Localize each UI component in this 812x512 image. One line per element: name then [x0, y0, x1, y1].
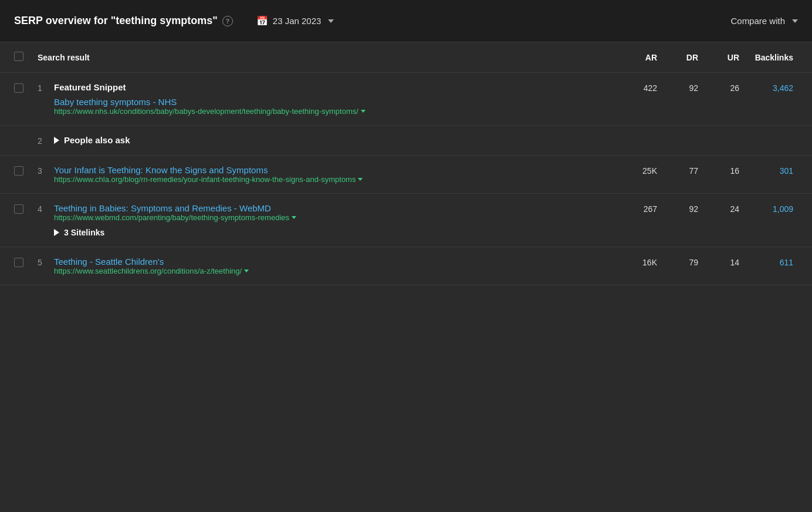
- row-checkbox-col: [14, 82, 38, 95]
- row-3-checkbox[interactable]: [14, 166, 23, 176]
- result-title-link[interactable]: Baby teething symptoms - NHS: [54, 97, 177, 107]
- page-title: SERP overview for "teething symptoms" ?: [14, 15, 233, 27]
- result-url: https://www.seattlechildrens.org/conditi…: [54, 267, 616, 275]
- row-checkbox-col: [14, 165, 38, 177]
- sitelinks-expander[interactable]: 3 Sitelinks: [54, 228, 616, 237]
- result-url: https://www.nhs.uk/conditions/baby/babys…: [54, 107, 616, 116]
- row-number: 3: [38, 165, 54, 176]
- row-backlinks: [739, 135, 798, 136]
- expand-icon: [54, 137, 59, 144]
- date-chevron-icon: [328, 19, 334, 23]
- row-backlinks[interactable]: 301: [739, 165, 798, 176]
- header-checkbox-col: [14, 52, 38, 63]
- table-row: 3 Your Infant is Teething: Know the Sign…: [0, 156, 812, 194]
- row-ur: 16: [698, 165, 739, 176]
- row-number: 4: [38, 203, 54, 214]
- row-dr: 92: [657, 82, 698, 93]
- url-expander-icon[interactable]: [358, 178, 363, 181]
- table-header: Search result AR DR UR Backlinks: [0, 42, 812, 73]
- table-row: 2 People also ask: [0, 126, 812, 156]
- sitelinks-expand-icon: [54, 229, 59, 236]
- col-header-dr: DR: [657, 53, 698, 62]
- page-header: SERP overview for "teething symptoms" ? …: [0, 0, 812, 42]
- row-backlinks[interactable]: 3,462: [739, 82, 798, 93]
- url-expander-icon[interactable]: [361, 110, 366, 113]
- row-backlinks[interactable]: 1,009: [739, 203, 798, 214]
- calendar-icon: 📅: [256, 15, 268, 26]
- row-ur: 14: [698, 257, 739, 267]
- row-dr: 92: [657, 203, 698, 214]
- featured-snippet-label: Featured Snippet: [54, 82, 616, 92]
- col-header-search-result: Search result: [38, 53, 616, 62]
- col-header-backlinks: Backlinks: [739, 53, 798, 62]
- row-ar: 267: [616, 203, 657, 214]
- title-text: SERP overview for "teething symptoms": [14, 15, 218, 27]
- compare-with-button[interactable]: Compare with: [730, 16, 798, 26]
- row-ar: 422: [616, 82, 657, 93]
- result-url: https://www.webmd.com/parenting/baby/tee…: [54, 213, 616, 222]
- result-title-link[interactable]: Your Infant is Teething: Know the Signs …: [54, 165, 268, 175]
- date-label: 23 Jan 2023: [273, 16, 322, 26]
- row-number: 1: [38, 82, 54, 93]
- row-dr: [657, 135, 698, 136]
- row-ar: [616, 135, 657, 136]
- result-url: https://www.chla.org/blog/rn-remedies/yo…: [54, 175, 616, 184]
- row-dr: 77: [657, 165, 698, 176]
- row-number: 5: [38, 257, 54, 267]
- row-ur: 26: [698, 82, 739, 93]
- row-content: Your Infant is Teething: Know the Signs …: [54, 165, 616, 184]
- row-5-checkbox[interactable]: [14, 258, 23, 267]
- row-content: Featured Snippet Baby teething symptoms …: [54, 82, 616, 116]
- row-checkbox-col: [14, 135, 38, 136]
- row-content: Teething - Seattle Children's https://ww…: [54, 257, 616, 275]
- compare-with-label: Compare with: [730, 16, 785, 26]
- date-picker[interactable]: 📅 23 Jan 2023: [256, 15, 334, 26]
- row-ur: 24: [698, 203, 739, 214]
- row-ar: 16K: [616, 257, 657, 267]
- select-all-checkbox[interactable]: [14, 52, 23, 61]
- table-row: 5 Teething - Seattle Children's https://…: [0, 247, 812, 285]
- col-header-ar: AR: [616, 53, 657, 62]
- row-content: Teething in Babies: Symptoms and Remedie…: [54, 203, 616, 237]
- result-title-link[interactable]: Teething - Seattle Children's: [54, 257, 164, 267]
- col-header-ur: UR: [698, 53, 739, 62]
- row-dr: 79: [657, 257, 698, 267]
- table-row: 4 Teething in Babies: Symptoms and Remed…: [0, 194, 812, 247]
- row-1-checkbox[interactable]: [14, 83, 23, 93]
- row-number: 2: [38, 135, 54, 146]
- row-ur: [698, 135, 739, 136]
- help-icon[interactable]: ?: [222, 16, 233, 26]
- url-expander-icon[interactable]: [244, 270, 249, 272]
- compare-chevron-icon: [792, 19, 798, 23]
- row-backlinks[interactable]: 611: [739, 257, 798, 267]
- result-title-link[interactable]: Teething in Babies: Symptoms and Remedie…: [54, 203, 271, 213]
- url-expander-icon[interactable]: [292, 216, 296, 219]
- row-checkbox-col: [14, 257, 38, 269]
- row-4-checkbox[interactable]: [14, 204, 23, 214]
- row-checkbox-col: [14, 203, 38, 215]
- table-row: 1 Featured Snippet Baby teething symptom…: [0, 73, 812, 126]
- row-ar: 25K: [616, 165, 657, 176]
- people-also-ask-label[interactable]: People also ask: [54, 135, 616, 145]
- row-content: People also ask: [54, 135, 616, 145]
